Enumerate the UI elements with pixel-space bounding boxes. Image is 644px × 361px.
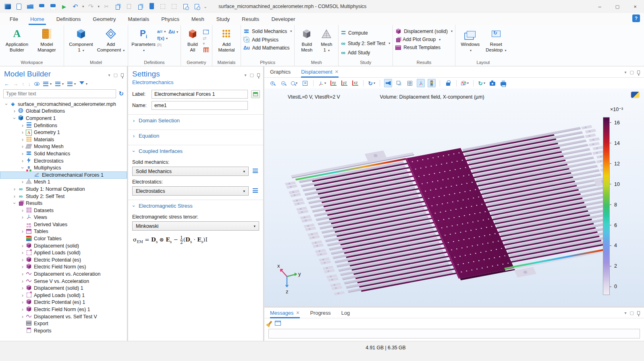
tab-graphics[interactable]: Graphics [270,66,291,78]
collapse-arrow-icon[interactable]: › [20,307,25,312]
tree-item-electromechanical-forces-1[interactable]: Electromechanical Forces 1 [0,171,127,179]
view-lock-icon[interactable] [444,79,452,87]
transparency-icon[interactable] [395,79,403,87]
section-domain-selection[interactable]: › Domain Selection [128,114,263,126]
duplicate-icon[interactable] [136,2,145,10]
save-icon[interactable] [37,2,46,10]
displacement-solid-button[interactable]: Displacement (solid)▾ [395,28,453,34]
tree-item-electrostatics[interactable]: ›Electrostatics [0,157,127,165]
undo-dropdown-icon[interactable]: ▾ [82,4,84,8]
add-material-button[interactable]: Add Material [215,26,238,53]
tree-item-study-1-normal-operation[interactable]: ›∞Study 1: Normal Operation [0,186,127,193]
expand-arrow-icon[interactable]: › [12,201,17,206]
copy-icon[interactable] [113,2,122,10]
messages-pin-icon[interactable] [637,311,640,315]
messages-float-icon[interactable]: ▢ [630,310,634,316]
tab-log[interactable]: Log [341,307,350,318]
search-settings-icon[interactable] [192,2,201,10]
tree-item-surface-micromachined-accelerometer-mph[interactable]: ›surface_micromachined_accelerometer.mph [0,101,127,108]
tree-item-geometry-1[interactable]: ›AGeometry 1 [0,129,127,136]
tree-item-views[interactable]: ›Views [0,214,127,221]
tree-item-electric-potential-es[interactable]: ›Electric Potential (es) [0,256,127,264]
collapse-arrow-icon[interactable]: › [20,130,25,135]
tree-item-mesh-1[interactable]: ›Mesh 1 [0,179,127,186]
expand-icon[interactable]: ▾ [55,82,64,86]
tree-item-displacement-vs-acceleration[interactable]: ›Displacement vs. Acceleration [0,270,127,278]
result-templates-button[interactable]: Result Templates [395,45,440,50]
virtual-operations-icon[interactable] [203,47,210,53]
tree-item-study-2-self-test[interactable]: ›∞Study 2: Self Test [0,193,127,200]
save-as-icon[interactable] [48,2,57,10]
add-component-button[interactable]: Add Component ▾ [96,26,125,53]
tab-file[interactable]: File [10,13,18,25]
windows-button[interactable]: Windows▾ [458,26,483,53]
messages-output[interactable] [268,329,640,338]
label-input[interactable] [152,90,248,99]
grid-icon[interactable] [406,79,414,87]
add-physics-button[interactable]: Add Physics [243,37,278,43]
collapse-arrow-icon[interactable]: › [20,300,25,305]
expand-arrow-icon[interactable]: › [4,102,9,107]
zoom-out-icon[interactable]: − [279,79,287,87]
graphics-pin-icon[interactable] [637,70,640,74]
tree-item-materials[interactable]: ›Materials [0,136,127,143]
expand-arrow-icon[interactable]: › [12,116,17,121]
tree-item-electric-field-norm-es[interactable]: ›Electric Field Norm (es) [0,264,127,271]
settings-float-icon[interactable]: ▢ [250,72,254,78]
snapshot-icon[interactable] [488,79,497,87]
panel-menu-icon[interactable]: ▾ [108,73,110,77]
model-tree-nodes-icon[interactable]: ▾ [67,82,76,86]
collapse-icon[interactable]: ▾ [43,82,52,86]
comsol-logo-icon[interactable] [3,2,12,10]
collapse-arrow-icon[interactable]: › [20,258,25,262]
component-1-button[interactable]: Component 1 ▾ [66,26,96,53]
view-xy-icon[interactable]: xy [329,79,337,87]
collapse-arrow-icon[interactable]: › [20,137,25,142]
collapse-arrow-icon[interactable]: › [20,272,25,276]
axes-toggle-icon[interactable] [417,79,425,87]
zoom-box-icon[interactable]: ▾ [290,79,298,87]
delete-icon[interactable] [147,2,156,10]
view-xz-icon[interactable]: xz [351,79,359,87]
name-input[interactable] [152,101,248,110]
collapse-arrow-icon[interactable]: › [12,194,17,199]
rotate-icon[interactable]: ↻▾ [368,79,376,87]
tree-item-tables[interactable]: ›Tables [0,228,127,235]
expand-arrow-icon[interactable]: › [20,165,25,170]
tree-item-sense-v-vs-acceleration[interactable]: ›Sense V vs. Acceleration [0,278,127,285]
rename-table-icon[interactable] [251,90,260,98]
tab-materials[interactable]: Materials [128,13,149,25]
plot-area[interactable]: VtestL=0 V, VtestR=2 V Volume: Displacem… [264,89,644,306]
filter-icon[interactable]: ▾ [79,81,87,87]
add-plot-group-button[interactable]: Add Plot Group▾ [395,37,440,42]
collapse-arrow-icon[interactable]: › [20,229,25,234]
tree-item-global-definitions[interactable]: ›Global Definitions [0,108,127,115]
clear-messages-icon[interactable] [268,321,272,326]
tree-item-multiphysics[interactable]: ›Multiphysics [0,164,127,171]
tree-item-results[interactable]: ›Results [0,200,127,207]
goto-view-icon[interactable]: ▾ [318,79,326,87]
collapse-arrow-icon[interactable]: › [20,314,25,319]
tab-mesh[interactable]: Mesh [191,13,204,25]
nonlocal-couplings-button[interactable]: Δu▾ [168,29,178,35]
panel-float-icon[interactable]: ▢ [114,72,118,78]
messages-menu-icon[interactable]: ▾ [625,311,627,315]
collapse-arrow-icon[interactable]: › [20,179,25,184]
tree-item-solid-mechanics[interactable]: ›Solid Mechanics [0,150,127,157]
tab-geometry[interactable]: Geometry [93,13,116,25]
build-mesh-button[interactable]: Build Mesh [297,26,316,53]
collapse-arrow-icon[interactable]: › [12,109,17,113]
run-icon[interactable]: ▶ [60,2,69,10]
build-all-button[interactable]: Build All [183,26,202,53]
go-to-source-icon[interactable] [252,168,260,175]
minimize-icon[interactable]: – [591,0,609,13]
tab-home[interactable]: Home [30,13,44,25]
tree-item-component-1[interactable]: ›Component 1 [0,115,127,122]
tree-item-reports[interactable]: Reports [0,327,127,334]
show-icon[interactable] [34,82,39,86]
back-icon[interactable]: ← [4,81,9,87]
new-file-icon[interactable] [15,2,23,10]
zoom-extents-icon[interactable] [301,79,309,87]
tab-study[interactable]: Study [216,13,230,25]
tree-filter-input[interactable] [3,89,116,98]
